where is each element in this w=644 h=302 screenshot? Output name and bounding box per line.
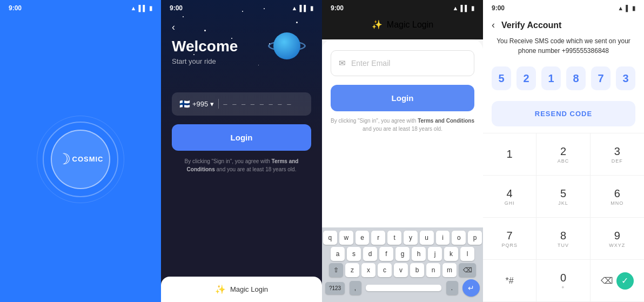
phone-input[interactable]: 🇫🇮 +995 ▾ – – – – – – – – xyxy=(172,92,311,116)
key-m[interactable]: m xyxy=(442,263,457,277)
num-key-delete-or-confirm[interactable]: ⌫ ✓ xyxy=(591,260,644,302)
key-numbers[interactable]: ?123 xyxy=(325,282,345,294)
status-bar-3: 9:00 ▲ ▌▌ ▮ xyxy=(331,4,474,12)
status-icons-2: ▲ ▌▌ ▮ xyxy=(292,5,313,12)
key-space[interactable] xyxy=(366,285,441,291)
key-s[interactable]: s xyxy=(347,247,361,261)
signal-icon-2: ▌▌ xyxy=(299,5,308,11)
key-x[interactable]: x xyxy=(361,263,375,277)
key-j[interactable]: j xyxy=(428,247,442,261)
email-input[interactable]: ✉ Enter Email xyxy=(331,50,474,76)
wifi-icon-4: ▲ xyxy=(618,5,623,11)
status-bar-4: 9:00 ▲ ▌ ▮ xyxy=(483,0,644,16)
num-key-7[interactable]: 7 PQRS xyxy=(483,218,536,260)
num-key-3[interactable]: 3 DEF xyxy=(591,133,644,176)
dropdown-arrow-icon: ▾ xyxy=(210,100,214,108)
otp-digit-2[interactable]: 2 xyxy=(516,66,536,90)
back-button-4[interactable]: ‹ xyxy=(492,19,495,31)
key-l[interactable]: l xyxy=(460,247,474,261)
otp-digit-1[interactable]: 5 xyxy=(492,66,511,90)
key-o[interactable]: o xyxy=(452,231,466,245)
logo-outer-circle: ☽ COSMIC xyxy=(43,122,118,197)
otp-input-row: 5 2 1 8 7 3 xyxy=(483,66,644,90)
num-key-2[interactable]: 2 ABC xyxy=(536,133,590,176)
battery-icon-3: ▮ xyxy=(471,5,474,12)
battery-icon-2: ▮ xyxy=(310,5,313,12)
key-delete[interactable]: ⌫ xyxy=(459,263,476,277)
key-shift[interactable]: ⇧ xyxy=(329,263,343,277)
key-t[interactable]: t xyxy=(387,231,401,245)
terms-text-2: By clicking "Sign in", you agree with Te… xyxy=(172,157,311,173)
screen-verify: 9:00 ▲ ▌ ▮ ‹ Verify Account You Receive … xyxy=(483,0,644,302)
keyboard-row-2: a s d f g h j k l xyxy=(323,247,482,261)
key-v[interactable]: v xyxy=(394,263,408,277)
screen2-content: ‹ Welcome Start your ride 🇫🇮 +995 ▾ – – … xyxy=(161,16,322,277)
flag-icon: 🇫🇮 xyxy=(179,99,190,109)
phone-number-field[interactable]: – – – – – – – – xyxy=(223,100,304,108)
key-a[interactable]: a xyxy=(331,247,345,261)
resend-code-button[interactable]: RESEND CODE xyxy=(492,101,635,126)
num-key-star-hash[interactable]: *# xyxy=(483,260,536,302)
key-f[interactable]: f xyxy=(379,247,393,261)
logo-area: ☽ COSMIC xyxy=(0,16,161,302)
otp-digit-4[interactable]: 8 xyxy=(566,66,586,90)
screen3-body: ✉ Enter Email Login By clicking "Sign in… xyxy=(322,39,483,227)
num-key-1[interactable]: 1 xyxy=(483,133,536,176)
otp-digit-5[interactable]: 7 xyxy=(591,66,611,90)
key-d[interactable]: d xyxy=(363,247,377,261)
key-c[interactable]: c xyxy=(378,263,392,277)
magic-login-label-2: Magic Login xyxy=(230,285,268,293)
email-placeholder-text: Enter Email xyxy=(351,59,390,68)
key-e[interactable]: e xyxy=(355,231,370,245)
num-key-0[interactable]: 0 + xyxy=(536,260,590,302)
phone-divider xyxy=(218,99,219,109)
status-time-2: 9:00 xyxy=(170,4,183,12)
numpad: 1 2 ABC 3 DEF 4 GHI 5 JKL 6 MNO 7 PQRS 8 xyxy=(483,133,644,302)
magic-login-tab[interactable]: ✨ Magic Login xyxy=(161,277,322,302)
key-w[interactable]: w xyxy=(339,231,353,245)
welcome-subtitle: Start your ride xyxy=(172,57,311,65)
num-key-4[interactable]: 4 GHI xyxy=(483,176,536,218)
num-key-6[interactable]: 6 MNO xyxy=(591,176,644,218)
login-button-3[interactable]: Login xyxy=(331,85,474,111)
key-y[interactable]: y xyxy=(404,231,418,245)
signal-icon-3: ▌▌ xyxy=(460,5,469,11)
otp-digit-6[interactable]: 3 xyxy=(616,66,635,90)
status-icons-4: ▲ ▌ ▮ xyxy=(618,5,635,12)
status-bar-1: 9:00 ▲ ▌▌ ▮ xyxy=(0,0,161,16)
magic-header-icon: ✨ xyxy=(372,19,383,30)
key-u[interactable]: u xyxy=(420,231,434,245)
key-comma[interactable]: , xyxy=(350,281,361,295)
key-i[interactable]: i xyxy=(436,231,450,245)
screen-magic-login: 9:00 ▲ ▌▌ ▮ ✨ Magic Login ✉ Enter Email … xyxy=(322,0,483,302)
num-key-5[interactable]: 5 JKL xyxy=(536,176,590,218)
confirm-icon[interactable]: ✓ xyxy=(616,272,634,290)
key-h[interactable]: h xyxy=(412,247,426,261)
status-icons-1: ▲ ▌▌ ▮ xyxy=(131,5,152,12)
key-r[interactable]: r xyxy=(371,231,385,245)
key-z[interactable]: z xyxy=(345,263,359,277)
key-q[interactable]: q xyxy=(323,231,337,245)
flag-code-selector[interactable]: 🇫🇮 +995 ▾ xyxy=(179,99,214,109)
logo-text: ☽ COSMIC xyxy=(57,150,103,168)
key-g[interactable]: g xyxy=(395,247,410,261)
key-period[interactable]: . xyxy=(446,281,458,295)
key-b[interactable]: b xyxy=(410,263,424,277)
key-enter[interactable]: ↵ xyxy=(462,279,480,297)
logo-inner-circle: ☽ COSMIC xyxy=(51,130,110,189)
num-key-8[interactable]: 8 TUV xyxy=(536,218,590,260)
key-k[interactable]: k xyxy=(444,247,458,261)
terms-text-3: By clicking "Sign in", you agree with Te… xyxy=(331,117,474,133)
screen-splash: 9:00 ▲ ▌▌ ▮ ☽ COSMIC xyxy=(0,0,161,302)
otp-digit-3[interactable]: 1 xyxy=(541,66,561,90)
screen3-top-bar: 9:00 ▲ ▌▌ ▮ ✨ Magic Login xyxy=(322,0,483,39)
verify-title: Verify Account xyxy=(501,21,561,30)
signal-icon-4: ▌ xyxy=(626,5,630,11)
num-key-9[interactable]: 9 WXYZ xyxy=(591,218,644,260)
wifi-icon-2: ▲ xyxy=(292,5,298,11)
back-button-2[interactable]: ‹ xyxy=(172,22,311,33)
key-n[interactable]: n xyxy=(426,263,440,277)
key-p[interactable]: p xyxy=(468,231,482,245)
login-button-2[interactable]: Login xyxy=(172,124,311,151)
wifi-icon: ▲ xyxy=(131,5,137,11)
